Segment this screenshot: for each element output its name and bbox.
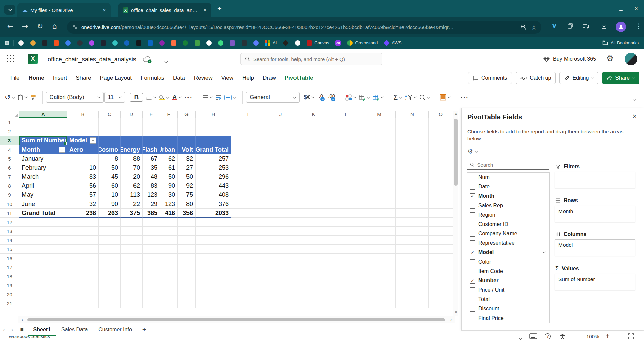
menu-tab-view[interactable]: View [217,75,238,81]
vertical-scrollbar[interactable]: ▲ ▼ [453,111,458,316]
cell-N1[interactable] [396,118,429,127]
wrap-text-button[interactable] [215,95,221,100]
sheet-list-icon[interactable]: ≡ [16,326,28,333]
cell-H12[interactable] [196,218,231,227]
cell-I14[interactable] [231,236,264,245]
field-checkbox[interactable] [470,175,475,180]
column-header-B[interactable]: B [67,111,99,118]
field-item-num[interactable]: Num [467,173,549,182]
cell-N11[interactable] [396,209,429,218]
cell-O19[interactable] [429,281,453,290]
cell-M13[interactable] [363,227,396,236]
cell-B5[interactable] [67,154,99,163]
bookmark-item[interactable] [136,40,141,46]
cell-F21[interactable] [160,299,178,308]
cell-I17[interactable] [231,263,264,272]
cell-D10[interactable]: 22 [121,199,143,209]
cell-M8[interactable] [363,181,396,190]
cell-K8[interactable] [297,181,330,190]
cell-D4[interactable]: Energy [121,145,143,154]
document-title[interactable]: office_chair_sales_data_analysis [48,56,136,63]
cell-N20[interactable] [396,290,429,299]
field-checkbox[interactable]: ✓ [470,193,475,199]
field-checkbox[interactable] [470,231,475,237]
cell-C1[interactable] [99,118,121,127]
cell-A5[interactable]: January [19,154,67,163]
cell-N16[interactable] [396,254,429,263]
cell-A3[interactable]: Sum of Number [19,136,67,145]
columns-area-field[interactable]: Model [558,242,573,248]
column-header-K[interactable]: K [297,111,330,118]
bookmark-item[interactable] [206,40,212,46]
horizontal-scrollbar[interactable]: ‹ › [18,316,455,323]
menu-tab-insert[interactable]: Insert [49,75,72,81]
cell-D14[interactable] [121,236,143,245]
cell-G8[interactable]: 92 [178,181,196,190]
cell-F6[interactable]: 61 [160,163,178,172]
cell-E21[interactable] [143,299,160,308]
rows-area-field[interactable]: Month [558,208,573,214]
field-checkbox[interactable] [470,269,475,274]
row-header-14[interactable]: 14 [0,236,19,245]
cell-B20[interactable] [67,290,99,299]
cell-I12[interactable] [231,218,264,227]
cell-D2[interactable] [121,127,143,136]
cell-E13[interactable] [143,227,160,236]
cell-I3[interactable] [231,136,264,145]
cell-I19[interactable] [231,281,264,290]
cell-D12[interactable] [121,218,143,227]
cell-D7[interactable]: 20 [121,172,143,181]
cell-O8[interactable] [429,181,453,190]
cell-C2[interactable] [99,127,121,136]
cell-E20[interactable] [143,290,160,299]
cell-K1[interactable] [297,118,330,127]
field-item-color[interactable]: Color [467,257,549,267]
bookmark-item[interactable]: ed [335,40,341,46]
column-header-M[interactable]: M [363,111,396,118]
cell-L3[interactable] [330,136,363,145]
field-checkbox[interactable]: ✓ [470,250,475,255]
cell-H14[interactable] [196,236,231,245]
field-checkbox[interactable] [470,203,475,209]
cell-I6[interactable] [231,163,264,172]
field-item-price-unit[interactable]: Price / Unit [467,285,549,295]
bookmark-item[interactable] [65,40,71,46]
sheet-next-icon[interactable]: › [8,326,16,333]
cell-N13[interactable] [396,227,429,236]
cell-E5[interactable]: 67 [143,154,160,163]
bookmark-item[interactable] [230,40,235,46]
column-header-I[interactable]: I [231,111,264,118]
cell-L10[interactable] [330,199,363,209]
cell-F8[interactable]: 90 [160,181,178,190]
fill-color-button[interactable] [159,95,169,100]
cell-L18[interactable] [330,272,363,281]
cell-D5[interactable]: 88 [121,154,143,163]
cell-N8[interactable] [396,181,429,190]
cell-F3[interactable] [160,136,178,145]
font-color-button[interactable]: A [172,94,181,100]
cell-N4[interactable] [396,145,429,154]
cell-B18[interactable] [67,272,99,281]
cell-N6[interactable] [396,163,429,172]
cell-G14[interactable] [178,236,196,245]
app-search-bar[interactable] [240,53,382,65]
cell-J1[interactable] [264,118,297,127]
bookmark-item[interactable] [195,40,200,46]
cell-F10[interactable]: 123 [160,199,178,209]
cell-C8[interactable]: 60 [99,181,121,190]
scroll-down-icon[interactable]: ▼ [453,310,459,314]
collapse-ribbon-icon[interactable] [633,96,635,102]
cell-D8[interactable]: 62 [121,181,143,190]
cell-A10[interactable]: June [19,199,67,209]
row-header-2[interactable]: 2 [0,127,19,136]
cell-K20[interactable] [297,290,330,299]
cell-K19[interactable] [297,281,330,290]
cell-F17[interactable] [160,263,178,272]
editing-mode-button[interactable]: Editing [559,72,598,84]
cell-O12[interactable] [429,218,453,227]
bookmark-item[interactable] [89,40,94,46]
column-header-F[interactable]: F [160,111,178,118]
bookmark-item[interactable] [18,40,24,46]
cell-D9[interactable]: 113 [121,190,143,199]
cell-C14[interactable] [99,236,121,245]
